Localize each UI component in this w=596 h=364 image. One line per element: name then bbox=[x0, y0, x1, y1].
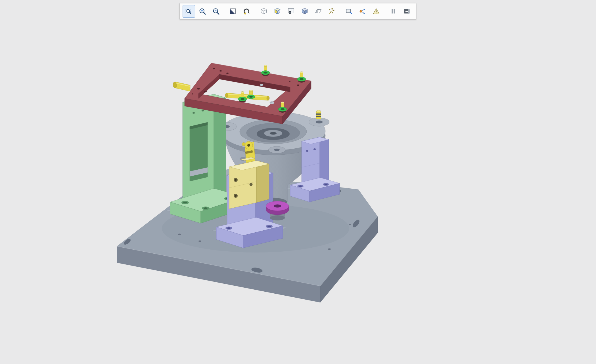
shaded-edges-view-icon bbox=[273, 7, 282, 16]
zoom-out-button[interactable] bbox=[210, 5, 222, 18]
section-view-icon bbox=[314, 7, 323, 16]
snapshot-icon bbox=[287, 7, 295, 16]
box-zoom-icon bbox=[185, 7, 193, 16]
zoom-out-icon bbox=[212, 7, 220, 16]
window-select-icon bbox=[345, 7, 353, 16]
alert-button[interactable] bbox=[370, 5, 382, 18]
section-view-button[interactable] bbox=[312, 5, 325, 18]
wireframe-view-icon bbox=[260, 7, 268, 16]
orbit-rotate-button[interactable] bbox=[241, 5, 253, 18]
zoom-in-icon bbox=[198, 7, 207, 16]
pause-button[interactable] bbox=[387, 5, 400, 18]
fit-view-icon bbox=[229, 7, 237, 16]
snapshot-button[interactable] bbox=[285, 5, 297, 18]
exit-capture-button[interactable] bbox=[401, 5, 413, 18]
wireframe-view-button[interactable] bbox=[258, 5, 270, 18]
view-toolbar bbox=[179, 3, 416, 20]
box-zoom-button[interactable] bbox=[183, 5, 195, 18]
3d-scene[interactable] bbox=[0, 0, 596, 364]
zoom-in-button[interactable] bbox=[196, 5, 209, 18]
retaining-ring[interactable] bbox=[247, 90, 255, 99]
orbit-rotate-icon bbox=[242, 7, 251, 16]
measure-points-button[interactable] bbox=[326, 5, 338, 18]
shaded-edges-view-button[interactable] bbox=[271, 5, 284, 18]
shaded-view-button[interactable] bbox=[298, 5, 311, 18]
fit-view-button[interactable] bbox=[227, 5, 239, 18]
measure-points-icon bbox=[328, 7, 336, 16]
retaining-ring[interactable] bbox=[261, 65, 270, 76]
3d-viewport-background bbox=[0, 0, 596, 364]
exit-capture-icon bbox=[403, 7, 411, 16]
window-select-button[interactable] bbox=[343, 5, 355, 18]
retaining-ring[interactable] bbox=[297, 72, 306, 83]
shaded-view-icon bbox=[300, 7, 309, 16]
link-nodes-icon bbox=[358, 7, 367, 16]
link-nodes-button[interactable] bbox=[356, 5, 369, 18]
alert-icon bbox=[372, 7, 380, 16]
pause-icon bbox=[389, 7, 398, 16]
